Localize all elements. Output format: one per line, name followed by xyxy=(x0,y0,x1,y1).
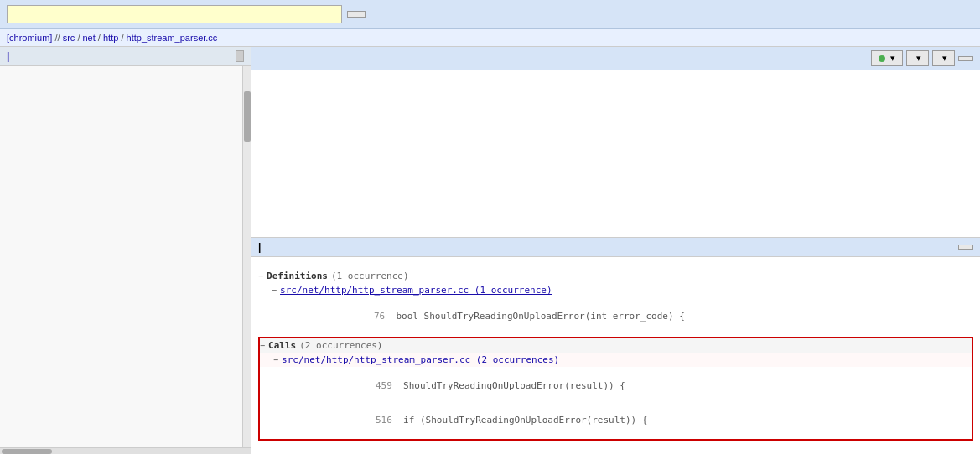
search-button[interactable] xyxy=(347,11,366,18)
layers-button[interactable]: ▾ xyxy=(871,50,903,66)
def-line-76[interactable]: 76 bool ShouldTryReadingOnUploadError(in… xyxy=(285,299,973,333)
breadcrumb-net[interactable]: net xyxy=(83,33,96,43)
sidebar-scrollbar-thumb[interactable] xyxy=(244,91,251,142)
find-chevron: ▾ xyxy=(916,53,921,64)
calls-file-row: − src/net/http/http_stream_parser.cc (2 … xyxy=(260,353,972,367)
find-button[interactable]: ▾ xyxy=(906,50,929,66)
xrefs-header: | xyxy=(251,238,980,257)
code-header: ▾ ▾ ▾ xyxy=(251,47,980,70)
calls-section: − Calls (2 occurrences) − src/net/http/h… xyxy=(258,337,973,441)
code-view xyxy=(251,70,980,238)
breadcrumb-src[interactable]: src xyxy=(63,33,75,43)
definitions-code-lines: 76 bool ShouldTryReadingOnUploadError(in… xyxy=(258,297,973,335)
calls-file-toggle[interactable]: − xyxy=(273,355,278,364)
definitions-toggle[interactable]: − Definitions (1 occurrence) xyxy=(258,269,973,283)
breadcrumb-http[interactable]: http xyxy=(103,33,118,43)
file-list xyxy=(0,66,242,447)
sidebar: | xyxy=(0,47,251,454)
top-search-bar xyxy=(0,0,980,29)
definitions-file-link[interactable]: src/net/http/http_stream_parser.cc (1 oc… xyxy=(280,285,552,296)
definitions-label: Definitions xyxy=(267,271,328,281)
goto-button[interactable]: ▾ xyxy=(932,50,955,66)
layers-dot xyxy=(879,55,885,62)
lin-button[interactable] xyxy=(958,56,973,61)
definitions-toggle-icon: − xyxy=(258,271,263,281)
definitions-file-row: − src/net/http/http_stream_parser.cc (1 … xyxy=(258,283,973,297)
definitions-file-toggle[interactable]: − xyxy=(272,286,277,295)
code-toolbar: ▾ ▾ ▾ xyxy=(871,50,973,66)
xrefs-content: − Definitions (1 occurrence) − src/net/h… xyxy=(251,257,980,446)
xrefs-area: − Definitions (1 occurrence) − src/net/h… xyxy=(251,257,980,454)
definitions-section: − Definitions (1 occurrence) − src/net/h… xyxy=(258,269,973,335)
right-panel: ▾ ▾ ▾ | xyxy=(251,47,980,454)
calls-toggle-icon: − xyxy=(260,341,265,350)
xrefs-summary xyxy=(258,261,973,267)
breadcrumb-chromium[interactable]: [chromium] xyxy=(7,33,52,43)
search-input[interactable] xyxy=(7,5,342,23)
sidebar-horizontal-scrollbar[interactable] xyxy=(0,447,251,454)
calls-toggle[interactable]: − Calls (2 occurrences) xyxy=(260,338,972,353)
sidebar-resize-handle[interactable] xyxy=(236,50,244,62)
calls-code-lines: 459 ShouldTryReadingOnUploadError(result… xyxy=(260,367,972,439)
calls-label: Calls xyxy=(268,340,296,351)
restrict-by-button[interactable] xyxy=(958,245,973,250)
calls-line-459[interactable]: 459 ShouldTryReadingOnUploadError(result… xyxy=(287,369,972,403)
sidebar-hscroll-thumb[interactable] xyxy=(2,449,52,454)
calls-line-516[interactable]: 516 if (ShouldTryReadingOnUploadError(re… xyxy=(287,403,972,437)
sidebar-header: | xyxy=(0,47,251,66)
layers-chevron: ▾ xyxy=(890,53,895,64)
sidebar-tabs: | xyxy=(7,50,9,62)
sidebar-scrollbar[interactable] xyxy=(242,66,251,447)
breadcrumb: [chromium] // src / net / http / http_st… xyxy=(0,29,980,47)
main-layout: | ▾ xyxy=(0,47,980,454)
calls-file-link[interactable]: src/net/http/http_stream_parser.cc (2 oc… xyxy=(282,354,559,365)
xrefs-title: | xyxy=(258,241,261,253)
breadcrumb-file[interactable]: http_stream_parser.cc xyxy=(127,33,218,43)
goto-chevron: ▾ xyxy=(942,53,947,64)
